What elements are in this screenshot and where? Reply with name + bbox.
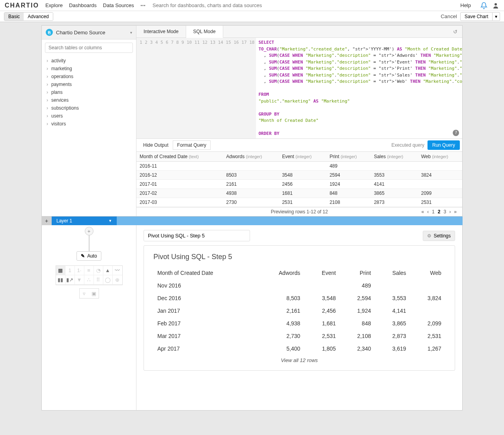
advanced-toggle[interactable]: Advanced [24, 13, 52, 21]
chart-type-bar-h[interactable]: ≡ [84, 266, 94, 275]
auto-chart-button[interactable]: Auto [77, 251, 101, 261]
image-icon[interactable]: ▣ [89, 289, 99, 298]
chart-type-compare[interactable]: 1· [75, 266, 84, 275]
table-row: 2017-024938168184838652099 [136, 189, 462, 198]
column-header[interactable]: Adwords (integer) [223, 152, 279, 162]
datasource-name: Chartio Demo Source [56, 30, 130, 35]
datasource-selector[interactable]: ⎘ Chartio Demo Source ▾ [42, 26, 136, 39]
chart-type-bar-trend[interactable]: ▮↗ [65, 275, 75, 285]
basic-toggle[interactable]: Basic [4, 13, 24, 21]
pivot-header: Adwords [257, 267, 304, 279]
global-search-input[interactable] [150, 1, 455, 10]
results-pager: Previewing rows 1-12 of 12 «‹123›» [136, 207, 462, 216]
table-row: Feb 20174,9381,6818483,8652,099 [153, 317, 445, 330]
chevron-down-icon: ▾ [130, 30, 132, 35]
table-row: 2017-012161245619244141 [136, 180, 462, 189]
run-query-button[interactable]: Run Query [427, 140, 460, 150]
column-header[interactable]: Web (integer) [418, 152, 462, 162]
pager-prev[interactable]: ‹ [427, 209, 429, 215]
chart-settings-button[interactable]: Settings [423, 231, 455, 241]
column-header[interactable]: Event (integer) [279, 152, 326, 162]
pipeline-sidebar: + Auto ▦11·≡◔▲〰▮▮▮↗▼∴⠿◯⊕ ▿ ▣ [42, 225, 136, 410]
table-item[interactable]: operations [44, 73, 134, 80]
pivot-header: Print [340, 267, 375, 279]
pager-next[interactable]: › [449, 209, 451, 215]
datasource-icon: ⎘ [46, 29, 53, 36]
pivot-table: Month of Created DateAdwordsEventPrintSa… [153, 267, 445, 355]
add-step-button[interactable]: + [85, 227, 93, 235]
chart-type-area[interactable]: ▲ [103, 266, 113, 275]
results-table: Month of Created Date (text)Adwords (int… [136, 152, 462, 207]
table-row: Jan 20172,1612,4561,9244,141 [153, 304, 445, 317]
pager-last[interactable]: » [454, 209, 457, 215]
table-item[interactable]: activity [44, 57, 134, 65]
view-all-rows-link[interactable]: View all 12 rows [153, 357, 445, 363]
chart-extra-toolbar: ▿ ▣ [79, 288, 99, 299]
column-header[interactable]: Print (integer) [327, 152, 371, 162]
sql-editor[interactable]: 1 2 3 4 5 6 7 8 9 10 11 12 13 14 15 16 1… [136, 38, 462, 138]
history-icon[interactable]: ↺ [448, 26, 462, 37]
chart-type-globe[interactable]: ⊕ [113, 275, 122, 285]
save-chart-button[interactable]: Save Chart [460, 12, 493, 21]
chart-type-pie[interactable]: ◔ [94, 266, 103, 275]
cancel-button[interactable]: Cancel [441, 13, 457, 19]
pivot-header: Sales [375, 267, 410, 279]
chart-type-single[interactable]: 1 [65, 266, 75, 275]
nav-data-sources[interactable]: Data Sources [103, 2, 134, 8]
layer-tab[interactable]: Layer 1 ▼ [52, 217, 117, 225]
notification-icon[interactable] [477, 2, 491, 9]
column-header[interactable]: Sales (integer) [371, 152, 418, 162]
logo: CHARTIO [5, 2, 39, 9]
table-item[interactable]: services [44, 96, 134, 104]
table-item[interactable]: marketing [44, 65, 134, 73]
tab-interactive-mode[interactable]: Interactive Mode [136, 26, 186, 37]
pager-page[interactable]: 3 [444, 209, 446, 215]
chart-type-bar-v[interactable]: ▮▮ [56, 275, 65, 285]
table-item[interactable]: users [44, 112, 134, 120]
add-layer-button[interactable]: + [41, 217, 52, 225]
save-chart-caret[interactable]: ▾ [493, 12, 500, 21]
nav-explore[interactable]: Explore [45, 2, 63, 8]
column-header[interactable]: Month of Created Date (text) [136, 152, 223, 162]
nav-more-icon[interactable]: ⋯ [140, 2, 146, 8]
chart-type-grid: ▦11·≡◔▲〰▮▮▮↗▼∴⠿◯⊕ [56, 265, 123, 285]
table-item[interactable]: plans [44, 88, 134, 96]
hide-output-button[interactable]: Hide Output [139, 140, 173, 150]
chart-type-table[interactable]: ▦ [56, 266, 65, 275]
table-row: Dec 20168,5033,5482,5943,5533,824 [153, 292, 445, 304]
table-item[interactable]: subscriptions [44, 104, 134, 112]
chart-type-donut[interactable]: ◯ [103, 275, 113, 285]
preview-main: Settings Pivot Using SQL - Step 5 Month … [136, 225, 462, 410]
tab-sql-mode[interactable]: SQL Mode [186, 26, 223, 38]
sql-code[interactable]: SELECT TO_CHAR("Marketing"."created_date… [256, 38, 462, 138]
user-icon[interactable] [491, 2, 499, 9]
table-list: activitymarketingoperationspaymentsplans… [42, 56, 136, 129]
pivot-header: Event [304, 267, 340, 279]
table-item[interactable]: payments [44, 80, 134, 88]
table-row: Mar 20172,7302,5312,1082,8732,531 [153, 330, 445, 342]
table-row: 2016-11489 [136, 162, 462, 171]
chart-type-scatter[interactable]: ∴ [84, 275, 94, 285]
chart-type-line[interactable]: 〰 [113, 266, 122, 275]
pager-first[interactable]: « [422, 209, 424, 215]
pager-page[interactable]: 2 [438, 209, 441, 215]
svg-point-0 [495, 3, 497, 6]
pager-page[interactable]: 1 [432, 209, 435, 215]
query-panel: ⎘ Chartio Demo Source ▾ activitymarketin… [41, 25, 463, 217]
help-link[interactable]: Help [460, 2, 471, 8]
chart-name-input[interactable] [144, 230, 250, 241]
chart-title: Pivot Using SQL - Step 5 [153, 253, 445, 261]
editor-mode-tabs: Interactive Mode SQL Mode ↺ [136, 26, 462, 38]
nav-dashboards[interactable]: Dashboards [69, 2, 97, 8]
chevron-down-icon: ▼ [108, 219, 112, 223]
format-query-button[interactable]: Format Query [173, 140, 211, 150]
top-nav: CHARTIO Explore Dashboards Data Sources … [0, 0, 504, 11]
preview-panel: + Auto ▦11·≡◔▲〰▮▮▮↗▼∴⠿◯⊕ ▿ ▣ Settings Pi… [41, 225, 463, 411]
chart-type-funnel[interactable]: ▼ [75, 275, 84, 285]
help-icon[interactable]: ? [453, 130, 459, 136]
chart-type-bubble[interactable]: ⠿ [94, 275, 103, 285]
table-item[interactable]: visitors [44, 120, 134, 128]
schema-search-input[interactable] [45, 43, 133, 53]
filter-icon[interactable]: ▿ [80, 289, 89, 298]
pivot-header: Web [410, 267, 445, 279]
